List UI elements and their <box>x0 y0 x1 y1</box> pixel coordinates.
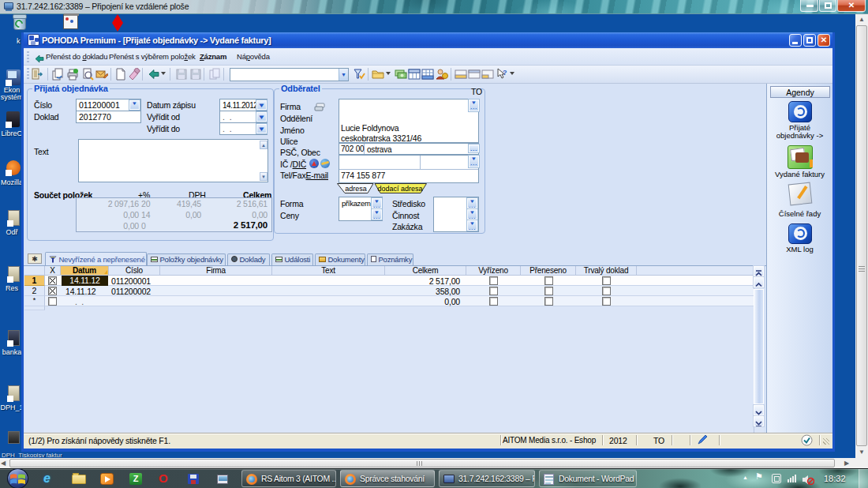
svg-text:dodací adresa: dodací adresa <box>377 185 422 193</box>
svg-text:adresa: adresa <box>345 185 367 193</box>
svg-text:?: ? <box>503 69 507 77</box>
